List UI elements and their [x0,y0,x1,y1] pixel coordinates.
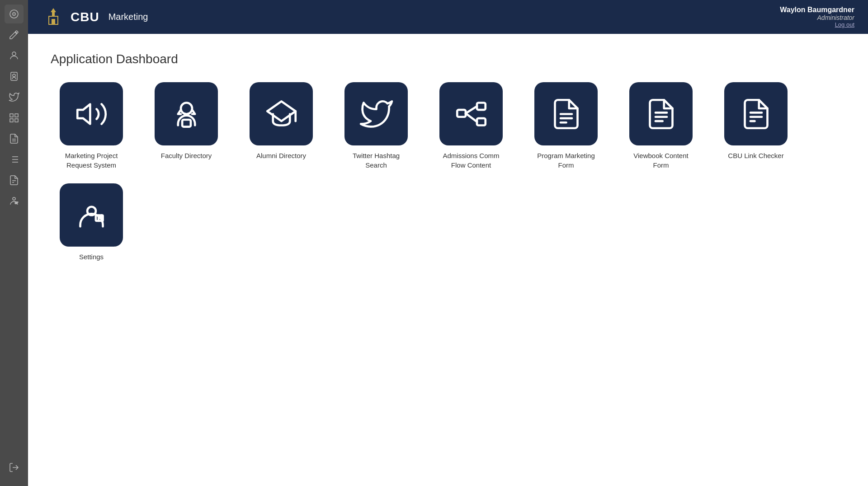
svg-point-2 [12,52,16,56]
app-icon-marketing-project [60,82,123,145]
app-label-faculty-directory: Faculty Directory [161,151,212,160]
app-icon-settings [60,183,123,247]
svg-rect-20 [15,202,18,202]
app-card-twitter-hashtag[interactable]: Twitter Hashtag Search [335,82,417,170]
app-icon-alumni-directory [250,82,313,145]
user-role: Administrator [780,14,854,21]
sidebar-item-directory[interactable] [5,192,24,210]
svg-rect-5 [10,114,13,117]
svg-point-0 [10,10,18,18]
svg-point-4 [13,74,15,77]
sidebar-item-document2[interactable] [5,171,24,190]
svg-rect-3 [11,72,17,80]
header-subtitle: Marketing [108,12,148,22]
logout-button[interactable]: Log out [780,21,854,28]
user-info: Waylon Baumgardner Administrator Log out [780,6,854,28]
app-card-alumni-directory[interactable]: Alumni Directory [241,82,322,170]
app-label-settings: Settings [79,252,104,262]
sidebar-item-person[interactable] [5,46,24,65]
header: CBU Marketing Waylon Baumgardner Adminis… [28,0,868,34]
page-title: Application Dashboard [51,52,845,66]
app-label-cbu-link-checker: CBU Link Checker [728,151,783,160]
svg-rect-27 [52,19,55,24]
app-card-faculty-directory[interactable]: Faculty Directory [146,82,227,170]
app-icon-admissions-comm [439,82,503,145]
app-label-alumni-directory: Alumni Directory [256,151,306,160]
main-content: CBU Marketing Waylon Baumgardner Adminis… [28,0,868,486]
app-label-twitter-hashtag: Twitter Hashtag Search [353,151,400,170]
sidebar-item-dashboard[interactable] [5,5,24,23]
svg-point-19 [13,197,15,200]
svg-point-30 [181,103,192,114]
logo-area: CBU Marketing [42,5,148,29]
app-card-settings[interactable]: Settings [51,183,132,262]
app-label-viewbook-content: Viewbook Content Form [633,151,688,170]
svg-rect-6 [15,114,18,117]
app-icon-faculty-directory [155,82,218,145]
app-card-marketing-project[interactable]: Marketing Project Request System [51,82,132,170]
svg-line-36 [466,106,477,113]
dashboard: Application Dashboard Marketing Project … [28,34,868,486]
sidebar [0,0,28,486]
svg-point-1 [13,13,15,15]
svg-rect-35 [477,118,486,125]
sidebar-item-document[interactable] [5,129,24,148]
app-label-marketing-project: Marketing Project Request System [65,151,118,170]
svg-rect-21 [15,203,17,204]
app-icon-cbu-link-checker [724,82,788,145]
svg-rect-33 [457,110,466,117]
app-label-admissions-comm: Admissions Comm Flow Content [443,151,499,170]
app-label-program-marketing: Program Marketing Form [537,151,595,170]
logo-text: CBU [71,10,99,24]
svg-rect-34 [477,103,486,110]
svg-rect-28 [53,10,54,14]
sidebar-item-list[interactable] [5,150,24,169]
user-name: Waylon Baumgardner [780,6,854,14]
sidebar-item-logout[interactable] [5,458,24,477]
app-card-cbu-link-checker[interactable]: CBU Link Checker [715,82,797,170]
app-card-viewbook-content[interactable]: Viewbook Content Form [620,82,702,170]
sidebar-item-twitter[interactable] [5,88,24,107]
svg-rect-7 [10,119,13,122]
svg-line-37 [466,113,477,122]
sidebar-item-badge[interactable] [5,67,24,86]
svg-marker-29 [77,104,90,124]
app-card-admissions-comm[interactable]: Admissions Comm Flow Content [430,82,512,170]
app-icon-viewbook-content [629,82,693,145]
app-icon-program-marketing [534,82,598,145]
app-grid: Marketing Project Request System Faculty… [51,82,845,262]
cbu-logo-icon [42,5,65,29]
sidebar-item-grid[interactable] [5,108,24,127]
svg-rect-8 [15,119,18,122]
app-card-program-marketing[interactable]: Program Marketing Form [525,82,607,170]
sidebar-item-design[interactable] [5,25,24,44]
app-icon-twitter-hashtag [344,82,408,145]
svg-rect-31 [182,120,191,127]
